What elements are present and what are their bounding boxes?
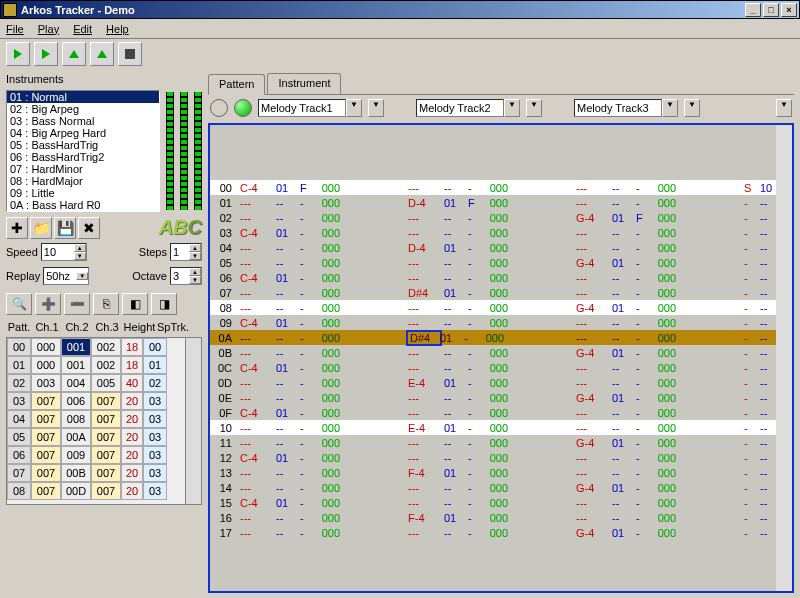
instrument-item[interactable]: 01 : Normal	[7, 91, 159, 103]
octave-spinner[interactable]: ▲▼	[170, 267, 202, 285]
track3-select[interactable]	[574, 99, 662, 117]
instrument-item[interactable]: 06 : BassHardTrig2	[7, 151, 159, 163]
replay-label: Replay	[6, 270, 40, 282]
maximize-button[interactable]: □	[763, 3, 779, 17]
tracker-row[interactable]: 0CC-401-000------000------000---	[210, 360, 792, 375]
tracker-row[interactable]: 13------000F-401-000------000---	[210, 465, 792, 480]
track2-opts[interactable]: ▼	[526, 99, 542, 117]
minimize-button[interactable]: _	[745, 3, 761, 17]
play-from-button[interactable]	[62, 42, 86, 66]
instrument-item[interactable]: 08 : HardMajor	[7, 175, 159, 187]
menu-file[interactable]: File	[6, 23, 24, 35]
pattern-row[interactable]: 020030040054002	[7, 374, 201, 392]
instrument-item[interactable]: 0A : Bass Hard R0	[7, 199, 159, 211]
instr-load-button[interactable]: 📁	[30, 217, 52, 239]
pattern-row[interactable]: 030070060072003	[7, 392, 201, 410]
tab-instrument[interactable]: Instrument	[267, 73, 341, 94]
view-expand-button[interactable]: ◨	[151, 293, 177, 315]
channel-toggle-b[interactable]: B	[173, 216, 187, 239]
instrument-item[interactable]: 04 : Big Arpeg Hard	[7, 127, 159, 139]
view-shrink-button[interactable]: ◧	[122, 293, 148, 315]
tracker-grid[interactable]: 00C-401F000------000------000S1001------…	[208, 123, 794, 593]
pattern-row[interactable]: 0800700D0072003	[7, 482, 201, 500]
channel-toggle-c[interactable]: C	[188, 216, 202, 239]
pattern-list-scrollbar[interactable]	[185, 338, 201, 504]
pattern-row[interactable]: 060070090072003	[7, 446, 201, 464]
speed-spinner[interactable]: ▲▼	[41, 243, 87, 261]
instr-save-button[interactable]: 💾	[54, 217, 76, 239]
tracker-row[interactable]: 0B------000------000G-401-000---	[210, 345, 792, 360]
view-clone-button[interactable]: ⎘	[93, 293, 119, 315]
pattern-row[interactable]: 0500700A0072003	[7, 428, 201, 446]
play-line-button[interactable]	[90, 42, 114, 66]
menu-play[interactable]: Play	[38, 23, 59, 35]
tracker-row[interactable]: 02------000------000G-401F000---	[210, 210, 792, 225]
tracker-row[interactable]: 07------000D#401-000------000---	[210, 285, 792, 300]
tracker-row[interactable]: 05------000------000G-401-000---	[210, 255, 792, 270]
titlebar: Arkos Tracker - Demo _ □ ×	[0, 0, 800, 19]
steps-spinner[interactable]: ▲▼	[170, 243, 202, 261]
track1-select[interactable]	[258, 99, 346, 117]
pattern-row[interactable]: 000000010021800	[7, 338, 201, 356]
tracker-row[interactable]: 11------000------000G-401-000---	[210, 435, 792, 450]
tab-pattern[interactable]: Pattern	[208, 74, 265, 95]
close-button[interactable]: ×	[781, 3, 797, 17]
tracker-row[interactable]: 10------000E-401-000------000---	[210, 420, 792, 435]
play-button[interactable]	[6, 42, 30, 66]
vu-c	[194, 92, 202, 210]
tracker-row[interactable]: 0E------000------000G-401-000---	[210, 390, 792, 405]
tracker-row[interactable]: 0D------000E-401-000------000---	[210, 375, 792, 390]
track2-dropdown[interactable]: ▼	[504, 99, 520, 117]
menu-help[interactable]: Help	[106, 23, 129, 35]
replay-select[interactable]: ▼	[43, 267, 89, 285]
vu-meters	[166, 90, 202, 212]
track1-dropdown[interactable]: ▼	[346, 99, 362, 117]
instrument-item[interactable]: 05 : BassHardTrig	[7, 139, 159, 151]
play-indicator[interactable]	[234, 99, 252, 117]
menu-edit[interactable]: Edit	[73, 23, 92, 35]
instrument-item[interactable]: 09 : Little	[7, 187, 159, 199]
track2-select[interactable]	[416, 99, 504, 117]
speed-label: Speed	[6, 246, 38, 258]
tracker-row[interactable]: 16------000F-401-000------000---	[210, 510, 792, 525]
tracker-row[interactable]: 03C-401-000------000------000---	[210, 225, 792, 240]
instr-add-button[interactable]: ✚	[6, 217, 28, 239]
tracker-row[interactable]: 0A------000D#401-000------000---	[210, 330, 792, 345]
app-icon	[3, 3, 17, 17]
pattern-row[interactable]: 0700700B0072003	[7, 464, 201, 482]
instrument-item[interactable]: 07 : HardMinor	[7, 163, 159, 175]
track3-opts[interactable]: ▼	[684, 99, 700, 117]
play-pattern-button[interactable]	[34, 42, 58, 66]
right-tabs: Pattern Instrument	[208, 73, 794, 95]
instrument-item[interactable]: 02 : Big Arpeg	[7, 103, 159, 115]
track3-dropdown[interactable]: ▼	[662, 99, 678, 117]
view-add-button[interactable]: ➕	[35, 293, 61, 315]
pattern-list[interactable]: 0000000100218000100000100218010200300400…	[6, 337, 202, 505]
tracker-row[interactable]: 0FC-401-000------000------000---	[210, 405, 792, 420]
instrument-list[interactable]: 01 : Normal02 : Big Arpeg03 : Bass Norma…	[6, 90, 160, 212]
track1-opts[interactable]: ▼	[368, 99, 384, 117]
tracker-row[interactable]: 14------000------000G-401-000---	[210, 480, 792, 495]
tracker-row[interactable]: 09C-401-000------000------000---	[210, 315, 792, 330]
channel-toggles: ABC	[159, 216, 202, 239]
tracker-row[interactable]: 08------000------000G-401-000---	[210, 300, 792, 315]
tracker-row[interactable]: 00C-401F000------000------000S10	[210, 180, 792, 195]
stop-button[interactable]	[118, 42, 142, 66]
tracker-row[interactable]: 12C-401-000------000------000---	[210, 450, 792, 465]
special-track-opts[interactable]: ▼	[776, 99, 792, 117]
tracker-row[interactable]: 04------000D-401-000------000---	[210, 240, 792, 255]
tracker-row[interactable]: 01------000D-401F000------000---	[210, 195, 792, 210]
tracker-row[interactable]: 15C-401-000------000------000---	[210, 495, 792, 510]
view-del-button[interactable]: ➖	[64, 293, 90, 315]
rec-indicator[interactable]	[210, 99, 228, 117]
tracker-row[interactable]: 06C-401-000------000------000---	[210, 270, 792, 285]
instrument-item[interactable]: 03 : Bass Normal	[7, 115, 159, 127]
pattern-row[interactable]: 040070080072003	[7, 410, 201, 428]
channel-toggle-a[interactable]: A	[159, 216, 173, 239]
tracker-row[interactable]: 17------000------000G-401-000---	[210, 525, 792, 540]
view-zoom-button[interactable]: 🔍	[6, 293, 32, 315]
pattern-row[interactable]: 010000010021801	[7, 356, 201, 374]
instr-delete-button[interactable]: ✖	[78, 217, 100, 239]
vu-b	[180, 92, 188, 210]
tracker-scrollbar[interactable]	[776, 125, 792, 591]
